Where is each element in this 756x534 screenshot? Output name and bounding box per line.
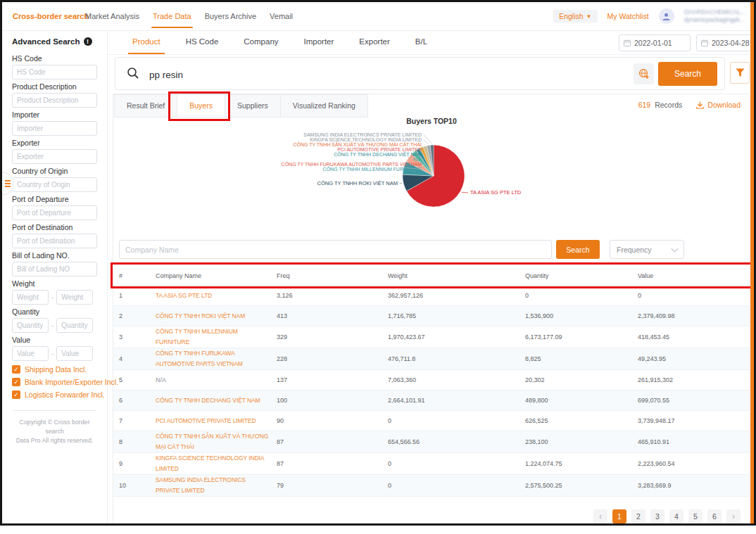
range-dash: - (51, 293, 53, 301)
download-link[interactable]: Download (696, 101, 741, 109)
checkbox-shipping-data-incl[interactable]: ✓Shipping Data Incl. (12, 365, 97, 374)
weight-max-input[interactable] (56, 290, 93, 305)
column-header-company-name[interactable]: Company Name (156, 272, 277, 279)
weight-min-input[interactable] (12, 290, 49, 305)
company-name-cell[interactable]: CÔNG TY TNHH FURUKAWA AUTOMOTIVE PARTS V… (156, 348, 277, 369)
page-button-1[interactable]: 1 (612, 509, 626, 523)
download-icon (696, 101, 704, 109)
company-name-cell[interactable]: CÔNG TY TNHH MILLENNIUM FURNITURE (156, 326, 277, 348)
column-header-[interactable]: # (119, 272, 156, 279)
table-row: 6CÔNG TY TNHH DECHANG VIỆT NAM1002,664,1… (113, 390, 749, 411)
prev-page-button[interactable]: ‹ (593, 509, 607, 523)
range-dash: - (51, 350, 53, 357)
bill-of-lading-no-input[interactable] (12, 262, 97, 276)
search-query-input[interactable] (148, 66, 573, 83)
checkbox-blank-importer-exporter-incl[interactable]: ✓Blank Importer/Exporter Incl. (12, 378, 97, 386)
info-alert-icon[interactable]: ! (84, 37, 92, 46)
field-product-description: Product Description (12, 82, 97, 108)
hamburger-icon (5, 183, 11, 184)
language-dropdown[interactable]: English ▼ (553, 10, 597, 23)
page-button-6[interactable]: 6 (707, 509, 722, 523)
table-cell: 261,915,302 (638, 376, 749, 383)
pie-leader-line (424, 140, 429, 144)
user-account-text[interactable]: GHARDACHEMICAL... dynamicpackagingpk... (684, 8, 745, 24)
pagination: ‹123456› (593, 509, 741, 523)
company-name-cell[interactable]: KINGFA SCIENCE TECHNOLOGY INDIA LIMITED (156, 453, 277, 474)
quantity-max-input[interactable] (56, 318, 93, 333)
column-header-value[interactable]: Value (638, 272, 749, 279)
port-of-departure-input[interactable] (12, 205, 97, 220)
subtab-buyers[interactable]: Buyers (177, 94, 225, 117)
date-to-input[interactable]: 2023-04-28 (696, 34, 756, 51)
column-header-weight[interactable]: Weight (388, 272, 525, 279)
table-cell: 20,302 (525, 376, 638, 383)
column-header-freq[interactable]: Freq (277, 272, 388, 279)
translate-search-button[interactable] (634, 63, 654, 84)
pie-label-ta-asia-sg-pte-ltd: TA ASIA SG PTE LTD (470, 189, 522, 196)
tab-b-l[interactable]: B/L (415, 30, 427, 54)
field-port-of-departure: Port of Departure (12, 195, 97, 220)
filter-search-button[interactable]: Search (556, 240, 600, 259)
table-cell: 0 (388, 460, 525, 467)
company-name-cell[interactable]: PCI AUTOMOTIVE PRIVATE LIMITED (156, 416, 277, 426)
checked-checkbox-icon[interactable]: ✓ (12, 378, 20, 386)
table-cell: 87 (277, 460, 388, 467)
table-header-row: #Company NameFreqWeightQuantityValue (113, 266, 749, 286)
tab-hs-code[interactable]: HS Code (186, 30, 219, 54)
sidebar-title: Advanced Search ! (12, 37, 97, 46)
table-cell: 654,566.56 (388, 438, 525, 445)
company-name-cell[interactable]: CÔNG TY TNHH ROKI VIỆT NAM (156, 311, 277, 322)
hs-code-input[interactable] (12, 65, 97, 80)
nav-item-buyers-archive[interactable]: Buyers Archive (205, 2, 256, 30)
top-right-controls: English ▼ My Watchlist GHARDACHEMICAL...… (553, 2, 745, 30)
company-name-cell[interactable]: SAMSUNG INDIA ELECTRONICS PRIVATE LIMITE… (156, 475, 277, 496)
field-label: Bill of Lading NO. (12, 251, 97, 260)
sidebar-title-text: Advanced Search (12, 37, 80, 46)
column-header-quantity[interactable]: Quantity (525, 272, 638, 279)
brand-logo[interactable]: Cross-border search (13, 2, 89, 30)
tab-exporter[interactable]: Exporter (359, 30, 389, 54)
tab-company[interactable]: Company (244, 30, 278, 54)
checkbox-logistics-forwarder-incl[interactable]: ✓Logistics Forwarder Incl. (12, 390, 97, 399)
chevron-down-icon (672, 245, 679, 252)
page-button-4[interactable]: 4 (669, 509, 683, 523)
table-row: 5N/A1377,063,36020,302261,915,302 (113, 370, 749, 390)
field-weight: Weight- (12, 279, 97, 305)
company-name-cell[interactable]: CÔNG TY TNHH DECHANG VIỆT NAM (156, 395, 277, 406)
nav-item-market-analysis[interactable]: Market Analysis (85, 2, 139, 30)
page-button-5[interactable]: 5 (688, 509, 703, 523)
calendar-icon (624, 39, 631, 46)
company-name-cell[interactable]: CÔNG TY TNHH SẢN XUẤT VÀ THƯƠNG MẠI CÁT … (156, 431, 277, 452)
port-of-destination-input[interactable] (12, 234, 97, 248)
subtab-result-brief[interactable]: Result Brief (114, 94, 177, 117)
product-description-input[interactable] (12, 93, 97, 108)
exporter-input[interactable] (12, 149, 97, 164)
importer-input[interactable] (12, 121, 97, 136)
quantity-min-input[interactable] (12, 318, 49, 333)
table-cell: 137 (277, 376, 388, 383)
page-button-3[interactable]: 3 (650, 509, 664, 523)
company-name-cell[interactable]: TA ASIA SG PTE LTD (156, 291, 277, 301)
checked-checkbox-icon[interactable]: ✓ (12, 390, 20, 399)
date-from-input[interactable]: 2022-01-01 (619, 34, 691, 51)
filter-button[interactable] (730, 62, 750, 84)
nav-item-vemail[interactable]: Vemail (270, 2, 293, 30)
search-button[interactable]: Search (658, 62, 717, 86)
tab-product[interactable]: Product (132, 30, 160, 54)
checked-checkbox-icon[interactable]: ✓ (12, 365, 20, 374)
my-watchlist-link[interactable]: My Watchlist (607, 12, 649, 20)
value-max-input[interactable] (56, 346, 93, 361)
country-of-origin-input[interactable] (12, 177, 97, 192)
page-button-2[interactable]: 2 (631, 509, 645, 523)
right-scroll-strip[interactable] (750, 2, 754, 523)
avatar[interactable] (659, 8, 674, 24)
subtab-suppliers[interactable]: Suppliers (225, 94, 281, 117)
next-page-button[interactable]: › (726, 509, 741, 523)
tab-importer[interactable]: Importer (304, 30, 334, 54)
table-cell: 413 (277, 312, 388, 319)
frequency-select[interactable]: Frequency (610, 240, 684, 259)
company-name-filter-input[interactable] (119, 240, 552, 259)
value-min-input[interactable] (12, 346, 49, 361)
subtab-visualized-ranking[interactable]: Visualized Ranking (280, 94, 368, 117)
nav-item-trade-data[interactable]: Trade Data (153, 2, 191, 30)
